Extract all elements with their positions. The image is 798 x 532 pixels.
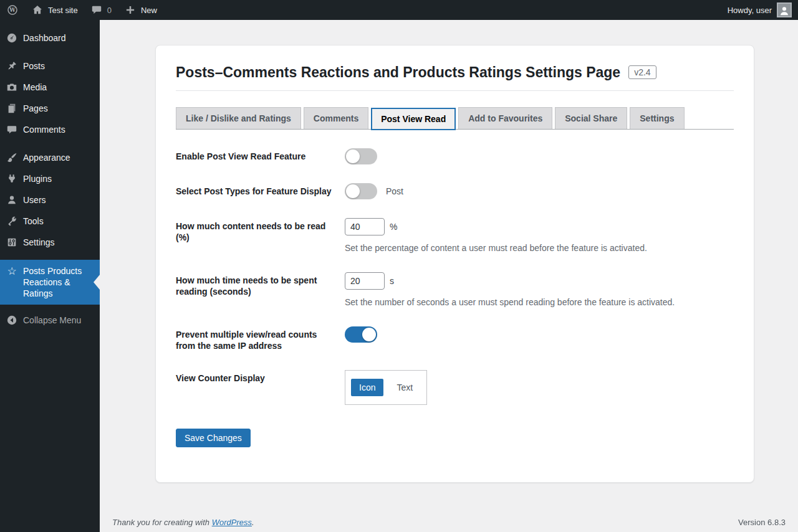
field-description: Set the percentage of content a user mus… bbox=[345, 242, 647, 254]
prevent-multiple-toggle[interactable] bbox=[345, 326, 377, 343]
user-icon bbox=[5, 194, 19, 206]
form-row-counter-display: View Counter Display Icon Text bbox=[176, 370, 734, 405]
wordpress-logo-icon: W bbox=[6, 4, 19, 16]
field-label: Prevent multiple view/read counts from t… bbox=[176, 326, 335, 351]
sidebar-item-settings[interactable]: Settings bbox=[0, 232, 100, 253]
account-menu[interactable]: Howdy, user bbox=[721, 0, 798, 20]
plug-icon bbox=[5, 173, 19, 185]
sidebar-item-label: Dashboard bbox=[23, 33, 66, 43]
wp-logo-button[interactable]: W bbox=[0, 0, 25, 20]
sidebar-item-appearance[interactable]: Appearance bbox=[0, 147, 100, 168]
form-row-prevent-multiple: Prevent multiple view/read counts from t… bbox=[176, 326, 734, 351]
comment-bubble-icon bbox=[90, 4, 103, 16]
sidebar-item-label: Comments bbox=[23, 125, 65, 135]
percent-unit-label: % bbox=[390, 222, 397, 232]
field-label: Select Post Types for Feature Display bbox=[176, 183, 335, 197]
admin-footer: Thank you for creating with WordPress. V… bbox=[100, 518, 798, 527]
tab-add-to-favourites[interactable]: Add to Favourites bbox=[458, 107, 552, 129]
tab-bar: Like / Dislike and Ratings Comments Post… bbox=[176, 107, 734, 130]
footer-version-text: Version 6.8.3 bbox=[738, 518, 786, 527]
sidebar-item-posts-products-reactions-ratings[interactable]: ☆ Posts Products Reactions & Ratings bbox=[0, 260, 100, 305]
save-changes-button[interactable]: Save Changes bbox=[176, 429, 251, 447]
sidebar-item-label: Pages bbox=[23, 103, 48, 113]
avatar bbox=[777, 2, 792, 17]
tab-settings[interactable]: Settings bbox=[630, 107, 684, 129]
enable-feature-toggle[interactable] bbox=[345, 148, 377, 164]
main-content: Posts–Comments Reactions and Products Ra… bbox=[100, 0, 798, 532]
form-row-post-types: Select Post Types for Feature Display Po… bbox=[176, 183, 734, 199]
new-button[interactable]: New bbox=[118, 0, 163, 20]
plus-icon bbox=[124, 4, 137, 16]
form-row-content-percent: How much content needs to be read (%) % … bbox=[176, 218, 734, 254]
site-name-label: Test site bbox=[48, 6, 78, 15]
home-icon bbox=[31, 4, 44, 16]
sidebar-item-comments[interactable]: Comments bbox=[0, 119, 100, 140]
version-badge: v2.4 bbox=[628, 65, 656, 79]
sidebar-item-label: Media bbox=[23, 82, 47, 92]
counter-display-text-option[interactable]: Text bbox=[388, 379, 421, 396]
sidebar-item-posts[interactable]: Posts bbox=[0, 55, 100, 77]
thanks-suffix: . bbox=[252, 518, 254, 527]
title-divider bbox=[176, 90, 734, 91]
collapse-arrow-icon bbox=[5, 314, 19, 326]
thanks-prefix: Thank you for creating with bbox=[112, 518, 212, 527]
seconds-unit-label: s bbox=[390, 276, 394, 286]
pushpin-icon bbox=[5, 60, 19, 72]
footer-thanks-text: Thank you for creating with WordPress. bbox=[112, 518, 254, 527]
form-row-enable-feature: Enable Post View Read Feature bbox=[176, 148, 734, 164]
comment-count: 0 bbox=[107, 6, 112, 15]
tab-social-share[interactable]: Social Share bbox=[555, 107, 627, 129]
collapse-menu-label: Collapse Menu bbox=[23, 315, 81, 325]
sidebar-item-label: Posts Products Reactions & Ratings bbox=[23, 265, 95, 299]
star-icon: ☆ bbox=[5, 265, 19, 278]
counter-display-icon-option[interactable]: Icon bbox=[351, 379, 383, 396]
sidebar-item-users[interactable]: Users bbox=[0, 189, 100, 211]
field-label: How much time needs to be spent reading … bbox=[176, 272, 335, 297]
sidebar-item-label: Settings bbox=[23, 237, 55, 247]
sidebar-item-label: Tools bbox=[23, 216, 44, 226]
page-title: Posts–Comments Reactions and Products Ra… bbox=[176, 63, 620, 82]
sidebar-item-label: Plugins bbox=[23, 174, 52, 184]
howdy-text: Howdy, user bbox=[728, 6, 772, 15]
form-row-reading-time: How much time needs to be spent reading … bbox=[176, 272, 734, 308]
settings-form: Enable Post View Read Feature Select Pos… bbox=[176, 148, 734, 447]
comment-icon bbox=[5, 123, 19, 136]
sliders-icon bbox=[5, 236, 19, 249]
post-type-value: Post bbox=[386, 186, 403, 196]
toggle-knob bbox=[346, 184, 360, 198]
sidebar-item-label: Users bbox=[23, 195, 46, 205]
collapse-menu-button[interactable]: Collapse Menu bbox=[0, 310, 100, 331]
tab-like-dislike-ratings[interactable]: Like / Dislike and Ratings bbox=[176, 107, 301, 129]
brush-icon bbox=[5, 151, 19, 164]
settings-card: Posts–Comments Reactions and Products Ra… bbox=[155, 45, 754, 483]
site-name-button[interactable]: Test site bbox=[25, 0, 84, 20]
svg-text:W: W bbox=[9, 7, 16, 13]
sidebar-item-plugins[interactable]: Plugins bbox=[0, 168, 100, 189]
dashboard-icon bbox=[5, 32, 19, 44]
field-description: Set the number of seconds a user must sp… bbox=[345, 297, 675, 308]
pages-icon bbox=[5, 102, 19, 115]
field-label: How much content needs to be read (%) bbox=[176, 218, 335, 243]
counter-display-segmented-control: Icon Text bbox=[345, 370, 427, 405]
toggle-knob bbox=[362, 328, 376, 341]
sidebar-item-media[interactable]: Media bbox=[0, 77, 100, 98]
field-label: Enable Post View Read Feature bbox=[176, 148, 335, 162]
tab-comments[interactable]: Comments bbox=[304, 107, 368, 129]
admin-sidebar: Dashboard Posts Media Pages Comments App… bbox=[0, 20, 100, 532]
post-types-toggle[interactable] bbox=[345, 183, 377, 199]
sidebar-item-label: Posts bbox=[23, 61, 45, 71]
comments-button[interactable]: 0 bbox=[84, 0, 118, 20]
camera-icon bbox=[5, 81, 19, 93]
sidebar-item-label: Appearance bbox=[23, 153, 70, 163]
reading-time-input[interactable] bbox=[345, 272, 385, 290]
title-row: Posts–Comments Reactions and Products Ra… bbox=[176, 63, 734, 82]
wordpress-link[interactable]: WordPress bbox=[212, 518, 252, 527]
sidebar-item-dashboard[interactable]: Dashboard bbox=[0, 27, 100, 49]
sidebar-item-tools[interactable]: Tools bbox=[0, 211, 100, 232]
content-percent-input[interactable] bbox=[345, 218, 385, 235]
sidebar-item-pages[interactable]: Pages bbox=[0, 98, 100, 119]
new-label: New bbox=[141, 6, 157, 15]
field-label: View Counter Display bbox=[176, 370, 335, 384]
wrench-icon bbox=[5, 215, 19, 227]
tab-post-view-read[interactable]: Post View Read bbox=[371, 108, 456, 130]
